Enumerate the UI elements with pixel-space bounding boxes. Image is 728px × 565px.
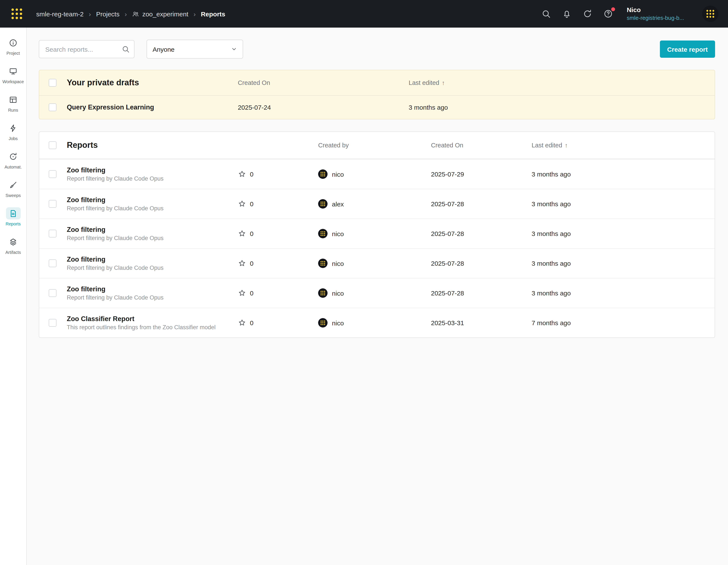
search-icon[interactable] [541, 9, 551, 19]
wandb-logo-dots [10, 7, 23, 20]
report-row-checkbox[interactable] [49, 200, 56, 208]
author-filter-value: Anyone [153, 45, 175, 53]
sidebar-item-artifacts[interactable]: Artifacts [0, 231, 26, 259]
draft-title[interactable]: Query Expression Learning [67, 103, 154, 111]
draft-row-checkbox[interactable] [49, 103, 56, 111]
sidebar-item-jobs[interactable]: Jobs [0, 117, 26, 146]
report-stars[interactable]: 0 [238, 319, 253, 327]
reports-header: Reports Created by Created On Last edite… [39, 132, 715, 159]
sidebar-label: Reports [6, 222, 21, 226]
breadcrumb-separator: › [194, 10, 196, 17]
help-icon[interactable] [603, 9, 613, 19]
author-avatar [318, 199, 328, 209]
draft-created-on: 2025-07-24 [238, 104, 271, 111]
report-author[interactable]: nico [318, 288, 344, 298]
report-row[interactable]: Zoo filtering Report filtering by Claude… [39, 159, 715, 189]
sync-refresh-icon[interactable] [583, 9, 592, 19]
report-row-checkbox[interactable] [49, 170, 56, 178]
report-author[interactable]: nico [318, 229, 344, 238]
report-stars[interactable]: 0 [238, 289, 253, 297]
report-last-edited: 3 months ago [532, 260, 571, 267]
star-icon [238, 289, 246, 297]
create-report-button[interactable]: Create report [660, 41, 715, 58]
report-title[interactable]: Zoo filtering [67, 256, 105, 263]
author-avatar [318, 169, 328, 179]
artifacts-layers-icon [6, 236, 20, 248]
report-subtitle: This report outlines findings from the Z… [67, 324, 209, 331]
author-avatar [318, 259, 328, 268]
reports-column-last-edited[interactable]: Last edited ↑ [532, 142, 568, 149]
drafts-select-all-checkbox[interactable] [49, 79, 56, 87]
team-people-icon [132, 10, 139, 17]
wandb-logo-icon[interactable] [9, 6, 24, 21]
report-last-edited: 7 months ago [532, 319, 571, 326]
draft-row[interactable]: Query Expression Learning 2025-07-24 3 m… [39, 96, 715, 119]
report-title[interactable]: Zoo filtering [67, 196, 105, 203]
sort-arrow-icon: ↑ [565, 142, 568, 149]
report-row[interactable]: Zoo filtering Report filtering by Claude… [39, 248, 715, 278]
report-last-edited: 3 months ago [532, 170, 571, 178]
report-subtitle: Report filtering by Claude Code Opus [67, 294, 164, 301]
breadcrumb-project[interactable]: zoo_experiment [132, 10, 188, 17]
report-row-checkbox[interactable] [49, 319, 56, 327]
sidebar-item-project[interactable]: Project [0, 32, 26, 60]
report-author[interactable]: nico [318, 259, 344, 268]
report-author[interactable]: nico [318, 318, 344, 328]
report-stars[interactable]: 0 [238, 170, 253, 178]
breadcrumb-team[interactable]: smle-reg-team-2 [36, 10, 84, 17]
sweeps-broom-icon [6, 179, 20, 191]
report-author[interactable]: alex [318, 199, 344, 209]
report-title[interactable]: Zoo filtering [67, 226, 105, 233]
notifications-bell-icon[interactable] [562, 9, 572, 19]
author-filter-dropdown[interactable]: Anyone [147, 40, 243, 59]
sort-arrow-icon: ↑ [442, 79, 445, 86]
report-subtitle: Report filtering by Claude Code Opus [67, 265, 164, 271]
report-author[interactable]: nico [318, 169, 344, 179]
report-title[interactable]: Zoo Classifier Report [67, 315, 134, 322]
report-created-on: 2025-07-29 [431, 170, 464, 178]
reports-select-all-checkbox[interactable] [49, 141, 56, 149]
sidebar-item-workspace[interactable]: Workspace [0, 60, 26, 89]
sidebar-label: Runs [8, 108, 18, 112]
report-subtitle: Report filtering by Claude Code Opus [67, 175, 164, 182]
user-org-link[interactable]: smle-registries-bug-b... [627, 14, 684, 22]
breadcrumb-separator: › [125, 10, 127, 17]
report-row-checkbox[interactable] [49, 230, 56, 237]
user-avatar[interactable] [702, 6, 719, 22]
notification-badge [611, 7, 615, 11]
drafts-column-created-on[interactable]: Created On [238, 79, 270, 86]
sidebar-label: Workspace [2, 79, 24, 84]
report-title[interactable]: Zoo filtering [67, 166, 105, 174]
sidebar-item-sweeps[interactable]: Sweeps [0, 174, 26, 203]
report-row[interactable]: Zoo filtering Report filtering by Claude… [39, 219, 715, 248]
automations-icon [6, 150, 20, 162]
reports-column-created-by[interactable]: Created by [318, 142, 349, 149]
sidebar-label: Automat. [5, 165, 22, 169]
reports-column-created-on[interactable]: Created On [431, 142, 463, 149]
report-row-checkbox[interactable] [49, 289, 56, 297]
report-title[interactable]: Zoo filtering [67, 285, 105, 293]
report-stars[interactable]: 0 [238, 200, 253, 208]
report-stars[interactable]: 0 [238, 229, 253, 238]
sidebar-label: Project [6, 51, 20, 56]
author-avatar [318, 288, 328, 298]
topbar: smle-reg-team-2 › Projects › zoo_experim… [0, 0, 728, 28]
star-icon [238, 200, 246, 208]
sidebar-item-reports[interactable]: Reports [0, 203, 26, 231]
report-row[interactable]: Zoo filtering Report filtering by Claude… [39, 189, 715, 219]
search-reports-input[interactable] [39, 40, 134, 58]
sidebar-item-automations[interactable]: Automat. [0, 146, 26, 174]
reports-panel: Reports Created by Created On Last edite… [39, 131, 715, 338]
jobs-lightning-icon [6, 122, 20, 134]
drafts-header: Your private drafts Created On Last edit… [39, 70, 715, 96]
report-stars[interactable]: 0 [238, 259, 253, 267]
drafts-column-last-edited[interactable]: Last edited ↑ [409, 79, 445, 86]
report-row[interactable]: Zoo Classifier Report This report outlin… [39, 308, 715, 337]
report-row-checkbox[interactable] [49, 259, 56, 267]
report-last-edited: 3 months ago [532, 200, 571, 208]
breadcrumb: smle-reg-team-2 › Projects › zoo_experim… [36, 10, 225, 17]
report-row[interactable]: Zoo filtering Report filtering by Claude… [39, 278, 715, 308]
sidebar-item-runs[interactable]: Runs [0, 89, 26, 117]
breadcrumb-current-page[interactable]: Reports [201, 10, 225, 17]
breadcrumb-projects[interactable]: Projects [96, 10, 119, 17]
